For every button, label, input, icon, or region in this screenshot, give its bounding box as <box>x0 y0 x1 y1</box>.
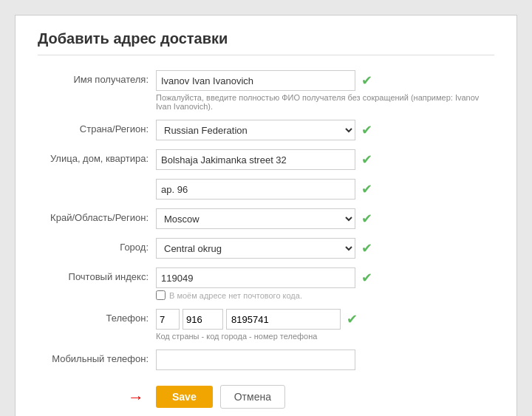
phone-row: Телефон: ✔ Код страны - код города - ном… <box>38 309 494 341</box>
no-postal-row: В моём адресе нет почтового кода. <box>156 290 494 300</box>
recipient-label: Имя получателя: <box>38 70 156 85</box>
street-field-row: ✔ <box>156 149 494 170</box>
recipient-field-wrap: ✔ Пожалуйста, введите полностью ФИО полу… <box>156 70 494 111</box>
city-field-wrap: Central okrug ✔ <box>156 238 494 259</box>
arrow-indicator: → <box>128 388 144 407</box>
city-check-icon: ✔ <box>361 242 372 255</box>
postal-row: Почтовый индекс: ✔ В моём адресе нет поч… <box>38 267 494 300</box>
no-postal-label: В моём адресе нет почтового кода. <box>169 291 302 300</box>
save-button[interactable]: Save <box>156 386 213 408</box>
recipient-check-icon: ✔ <box>361 74 372 87</box>
city-field-row: Central okrug ✔ <box>156 238 494 259</box>
region-select[interactable]: Moscow <box>156 208 355 229</box>
postal-input[interactable] <box>156 267 355 288</box>
postal-field-row: ✔ <box>156 267 494 288</box>
address-dialog: Добавить адрес доставки Имя получателя: … <box>15 15 517 416</box>
street-check-icon: ✔ <box>361 153 372 166</box>
phone-country-input[interactable] <box>156 309 180 330</box>
mobile-input[interactable] <box>156 349 355 370</box>
mobile-label: Мобильный телефон: <box>38 349 156 364</box>
phone-area-input[interactable] <box>183 309 223 330</box>
region-row: Край/Область/Регион: Moscow ✔ <box>38 208 494 229</box>
phone-field-wrap: ✔ Код страны - код города - номер телефо… <box>156 309 494 341</box>
street-input[interactable] <box>156 149 355 170</box>
phone-number-input[interactable] <box>226 309 341 330</box>
street-row: Улица, дом, квартира: ✔ <box>38 149 494 170</box>
apt-field-row: ✔ <box>156 179 372 200</box>
phone-field-row: ✔ <box>156 309 494 330</box>
phone-check-icon: ✔ <box>347 313 358 326</box>
country-field-row: Russian Federation ✔ <box>156 120 494 140</box>
region-label: Край/Область/Регион: <box>38 208 156 223</box>
recipient-hint: Пожалуйста, введите полностью ФИО получа… <box>156 93 494 111</box>
no-postal-checkbox[interactable] <box>156 290 166 300</box>
city-label: Город: <box>38 238 156 253</box>
postal-field-wrap: ✔ В моём адресе нет почтового кода. <box>156 267 494 300</box>
country-row: Страна/Регион: Russian Federation ✔ <box>38 120 494 140</box>
country-field-wrap: Russian Federation ✔ <box>156 120 494 140</box>
region-field-row: Moscow ✔ <box>156 208 494 229</box>
country-check-icon: ✔ <box>361 123 372 137</box>
country-label: Страна/Регион: <box>38 120 156 134</box>
apt-input[interactable] <box>156 179 355 200</box>
city-select[interactable]: Central okrug <box>156 238 355 259</box>
phone-label: Телефон: <box>38 309 156 324</box>
apt-row: ✔ <box>38 179 494 200</box>
postal-label: Почтовый индекс: <box>38 267 156 282</box>
buttons-row: → Save Отмена <box>156 385 494 409</box>
postal-check-icon: ✔ <box>361 271 372 284</box>
apt-check-icon: ✔ <box>361 183 372 196</box>
country-select[interactable]: Russian Federation <box>156 120 355 140</box>
phone-hint: Код страны - код города - номер телефона <box>156 332 494 341</box>
street-field-wrap: ✔ <box>156 149 494 170</box>
phone-inputs <box>156 309 341 330</box>
recipient-field-row: ✔ <box>156 70 494 91</box>
mobile-field-row <box>156 349 494 370</box>
region-check-icon: ✔ <box>361 212 372 225</box>
street-label: Улица, дом, квартира: <box>38 149 156 164</box>
region-field-wrap: Moscow ✔ <box>156 208 494 229</box>
recipient-input[interactable] <box>156 70 355 91</box>
dialog-title: Добавить адрес доставки <box>38 30 494 55</box>
cancel-button[interactable]: Отмена <box>220 385 285 409</box>
mobile-row: Мобильный телефон: <box>38 349 494 370</box>
recipient-row: Имя получателя: ✔ Пожалуйста, введите по… <box>38 70 494 111</box>
mobile-field-wrap <box>156 349 494 370</box>
city-row: Город: Central okrug ✔ <box>38 238 494 259</box>
